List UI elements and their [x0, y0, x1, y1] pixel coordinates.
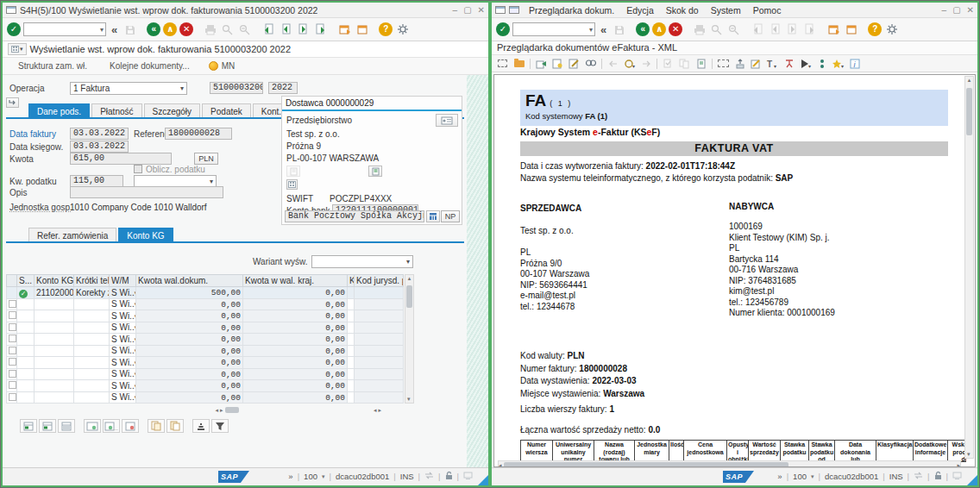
- cell-k[interactable]: [348, 369, 355, 381]
- cell-kwota-dok[interactable]: 0,00: [136, 380, 243, 392]
- cell-k[interactable]: [348, 357, 355, 369]
- cell-wm[interactable]: S Wi..▾: [110, 369, 136, 381]
- item-tab[interactable]: Refer. zamówienia: [28, 228, 116, 241]
- col-wm[interactable]: W/M: [110, 274, 136, 287]
- copy-row-icon[interactable]: [58, 419, 75, 433]
- col-jurysd[interactable]: Kod jurysd. poda...: [355, 274, 404, 287]
- document-icon[interactable]: [694, 57, 708, 70]
- cell-kwota-dok[interactable]: 0,00: [136, 357, 243, 369]
- address-button[interactable]: [436, 114, 458, 127]
- insert-mode[interactable]: INS: [400, 472, 414, 481]
- select-all-icon[interactable]: [84, 419, 101, 433]
- bank-name-field[interactable]: Bank Pocztowy Spółka Akcyjna: [285, 210, 424, 222]
- cell-k[interactable]: [348, 322, 355, 335]
- insert-row-icon[interactable]: [20, 419, 37, 433]
- cell-wm[interactable]: S Wi..▾: [110, 299, 136, 311]
- cell-konto[interactable]: [35, 392, 74, 404]
- cell-jurysd[interactable]: [355, 299, 404, 311]
- cell-wm[interactable]: S Wi..▾: [110, 310, 136, 322]
- cell-kwota-kraj[interactable]: 0,00: [243, 357, 348, 369]
- data-faktury-label[interactable]: Data faktury: [9, 129, 56, 139]
- deselect-all-icon[interactable]: [122, 419, 139, 433]
- cell-konto[interactable]: [35, 357, 74, 369]
- calculator-icon[interactable]: [426, 210, 440, 222]
- col-k[interactable]: K..: [348, 274, 355, 287]
- cancel-button[interactable]: ✕: [179, 22, 193, 36]
- cell-jurysd[interactable]: [355, 392, 404, 404]
- row-checkbox[interactable]: [9, 335, 16, 342]
- row-select-cell[interactable]: [6, 322, 17, 335]
- header-tab[interactable]: Płatność: [91, 103, 141, 117]
- cell-jurysd[interactable]: [355, 287, 404, 299]
- cell-konto[interactable]: [35, 369, 74, 381]
- vendor-grid-icon[interactable]: [286, 179, 298, 190]
- col-konto[interactable]: Konto KG: [35, 274, 74, 287]
- open-folder-icon[interactable]: [512, 57, 526, 70]
- shortcut-icon[interactable]: [355, 22, 369, 36]
- services-button[interactable]: ▾: [8, 43, 27, 55]
- row-select-cell[interactable]: [6, 380, 17, 392]
- cell-konto[interactable]: [35, 310, 74, 322]
- data-ksiegow-field[interactable]: 03.03.2022: [70, 141, 129, 153]
- cell-kwota-dok[interactable]: 0,00: [136, 334, 243, 346]
- window-menu-icon[interactable]: [6, 6, 16, 14]
- select-block-icon[interactable]: ...: [103, 419, 120, 433]
- cell-kwota-kraj[interactable]: 0,00: [243, 392, 348, 404]
- cell-kwota-kraj[interactable]: 0,00: [243, 369, 348, 381]
- help-button[interactable]: ?: [379, 22, 393, 36]
- tree-collapse-button[interactable]: [6, 97, 19, 108]
- row-checkbox[interactable]: [9, 393, 16, 401]
- paste-icon[interactable]: [166, 419, 184, 433]
- cell-konto[interactable]: 21102000: [35, 287, 74, 299]
- kolejne-dokumenty-button[interactable]: Kolejne dokumenty...: [106, 60, 193, 72]
- close-button[interactable]: ✕: [478, 5, 485, 15]
- cell-k[interactable]: [348, 310, 355, 322]
- zoom-level[interactable]: 100: [304, 472, 317, 481]
- cell-k[interactable]: [348, 287, 355, 299]
- cell-jurysd[interactable]: [355, 369, 404, 381]
- back-button[interactable]: «: [636, 22, 650, 36]
- cell-wm[interactable]: S Wi..▾: [110, 357, 136, 369]
- maximize-button[interactable]: ▢: [952, 5, 960, 15]
- table-layout-icon[interactable]: [6, 274, 17, 287]
- table-horizontal-scrollbar-right[interactable]: ◂▸: [374, 405, 381, 415]
- resize-corner[interactable]: [967, 475, 977, 485]
- find-icon[interactable]: [583, 57, 598, 70]
- minimize-button[interactable]: –: [453, 5, 458, 15]
- col-tekst[interactable]: Krótki tekst: [74, 274, 110, 287]
- vendor-doc2-icon[interactable]: [368, 166, 382, 177]
- cell-kwota-dok[interactable]: 0,00: [136, 346, 243, 358]
- next-page-icon[interactable]: [296, 22, 311, 36]
- row-select-cell[interactable]: [6, 392, 17, 404]
- content-vertical-scrollbar[interactable]: ▴▾: [964, 76, 974, 459]
- cell-k[interactable]: [348, 346, 355, 358]
- menu-item[interactable]: Skok do: [660, 4, 705, 16]
- command-field[interactable]: ▾: [512, 22, 595, 36]
- struktura-button[interactable]: Struktura zam. wł.: [15, 60, 91, 72]
- menu-item[interactable]: Przeglądarka dokum.: [523, 4, 620, 16]
- customize-icon[interactable]: [395, 22, 410, 36]
- menu-item[interactable]: Edycja: [620, 4, 660, 16]
- cell-k[interactable]: [348, 392, 355, 404]
- cell-konto[interactable]: [35, 322, 74, 335]
- cell-jurysd[interactable]: [355, 334, 404, 346]
- menu-item[interactable]: Pomoc: [747, 4, 788, 16]
- highlight-icon[interactable]: [749, 57, 763, 70]
- split-icon[interactable]: [782, 57, 796, 70]
- cell-jurysd[interactable]: [355, 357, 404, 369]
- cell-kwota-kraj[interactable]: 0,00: [243, 322, 348, 335]
- display-icon[interactable]: [550, 57, 565, 70]
- enter-button[interactable]: ✓: [7, 22, 21, 36]
- attach-icon[interactable]: ▾: [622, 57, 637, 70]
- zoom-level[interactable]: 100: [793, 472, 807, 481]
- status-expand-icon[interactable]: »: [288, 472, 292, 481]
- row-checkbox[interactable]: [9, 347, 16, 354]
- operacja-select[interactable]: 1 Faktura▾: [70, 82, 187, 95]
- wariant-select[interactable]: ▾: [311, 255, 413, 268]
- sort-entries-icon[interactable]: [814, 57, 829, 70]
- row-select-cell[interactable]: [6, 334, 17, 346]
- kwota-field[interactable]: 615,00: [70, 153, 172, 165]
- window-menu-icon[interactable]: [495, 6, 506, 14]
- help-button[interactable]: ?: [868, 22, 882, 36]
- upload-icon[interactable]: [732, 57, 747, 70]
